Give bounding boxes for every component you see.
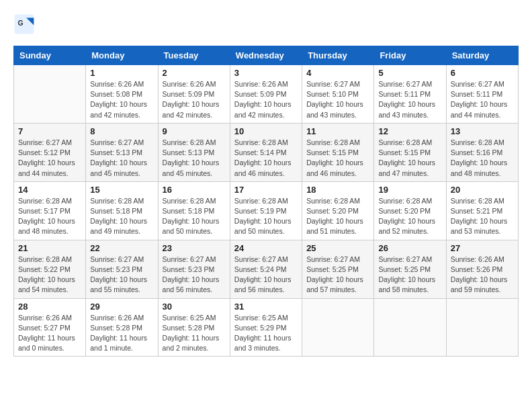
day-number: 4	[306, 68, 369, 78]
day-cell	[14, 65, 86, 124]
day-number: 14	[18, 185, 81, 195]
day-number: 29	[90, 302, 153, 312]
day-info: Sunrise: 6:27 AM Sunset: 5:12 PM Dayligh…	[18, 138, 81, 179]
day-info: Sunrise: 6:27 AM Sunset: 5:24 PM Dayligh…	[234, 255, 298, 295]
day-info: Sunrise: 6:28 AM Sunset: 5:16 PM Dayligh…	[451, 138, 514, 179]
day-number: 5	[378, 68, 441, 78]
day-cell: 7Sunrise: 6:27 AM Sunset: 5:12 PM Daylig…	[14, 123, 86, 181]
day-info: Sunrise: 6:25 AM Sunset: 5:28 PM Dayligh…	[163, 313, 226, 354]
day-cell: 17Sunrise: 6:28 AM Sunset: 5:19 PM Dayli…	[230, 181, 302, 240]
day-info: Sunrise: 6:28 AM Sunset: 5:22 PM Dayligh…	[18, 255, 81, 295]
day-cell: 6Sunrise: 6:27 AM Sunset: 5:11 PM Daylig…	[446, 65, 518, 124]
day-number: 11	[306, 126, 369, 136]
day-number: 7	[18, 126, 81, 136]
week-row-3: 14Sunrise: 6:28 AM Sunset: 5:17 PM Dayli…	[14, 181, 519, 240]
day-cell: 28Sunrise: 6:26 AM Sunset: 5:27 PM Dayli…	[14, 298, 86, 357]
day-number: 18	[306, 185, 369, 195]
col-header-saturday: Saturday	[446, 46, 518, 65]
day-info: Sunrise: 6:27 AM Sunset: 5:11 PM Dayligh…	[451, 79, 514, 120]
col-header-friday: Friday	[374, 46, 446, 65]
day-info: Sunrise: 6:28 AM Sunset: 5:13 PM Dayligh…	[163, 138, 226, 179]
logo-icon: G	[13, 13, 35, 35]
day-cell: 5Sunrise: 6:27 AM Sunset: 5:11 PM Daylig…	[374, 65, 446, 124]
day-number: 19	[378, 185, 441, 195]
day-number: 31	[234, 302, 298, 312]
day-info: Sunrise: 6:26 AM Sunset: 5:26 PM Dayligh…	[451, 255, 514, 295]
day-cell: 25Sunrise: 6:27 AM Sunset: 5:25 PM Dayli…	[302, 240, 374, 298]
day-number: 22	[90, 243, 153, 253]
col-header-wednesday: Wednesday	[230, 46, 302, 65]
day-number: 1	[90, 68, 153, 78]
day-number: 8	[90, 126, 153, 136]
logo: G	[13, 13, 36, 35]
day-cell: 30Sunrise: 6:25 AM Sunset: 5:28 PM Dayli…	[158, 298, 230, 357]
day-cell: 23Sunrise: 6:27 AM Sunset: 5:23 PM Dayli…	[158, 240, 230, 298]
day-info: Sunrise: 6:27 AM Sunset: 5:23 PM Dayligh…	[90, 255, 153, 295]
day-info: Sunrise: 6:28 AM Sunset: 5:15 PM Dayligh…	[378, 138, 441, 179]
day-number: 15	[90, 185, 153, 195]
day-number: 21	[18, 243, 81, 253]
col-header-tuesday: Tuesday	[158, 46, 230, 65]
day-cell: 18Sunrise: 6:28 AM Sunset: 5:20 PM Dayli…	[302, 181, 374, 240]
calendar-header-row: SundayMondayTuesdayWednesdayThursdayFrid…	[14, 46, 519, 65]
day-number: 27	[451, 243, 514, 253]
day-cell: 14Sunrise: 6:28 AM Sunset: 5:17 PM Dayli…	[14, 181, 86, 240]
day-number: 26	[378, 243, 441, 253]
day-number: 3	[234, 68, 298, 78]
col-header-monday: Monday	[86, 46, 158, 65]
day-cell: 31Sunrise: 6:25 AM Sunset: 5:29 PM Dayli…	[230, 298, 302, 357]
day-info: Sunrise: 6:28 AM Sunset: 5:18 PM Dayligh…	[90, 196, 153, 237]
day-cell	[446, 298, 518, 357]
page-header: G	[13, 13, 519, 35]
day-cell: 29Sunrise: 6:26 AM Sunset: 5:28 PM Dayli…	[86, 298, 158, 357]
day-cell: 12Sunrise: 6:28 AM Sunset: 5:15 PM Dayli…	[374, 123, 446, 181]
day-number: 30	[163, 302, 226, 312]
week-row-5: 28Sunrise: 6:26 AM Sunset: 5:27 PM Dayli…	[14, 298, 519, 357]
day-info: Sunrise: 6:28 AM Sunset: 5:20 PM Dayligh…	[378, 196, 441, 237]
day-info: Sunrise: 6:26 AM Sunset: 5:27 PM Dayligh…	[18, 313, 81, 354]
calendar-table: SundayMondayTuesdayWednesdayThursdayFrid…	[13, 46, 519, 357]
day-number: 12	[378, 126, 441, 136]
day-number: 17	[234, 185, 298, 195]
day-info: Sunrise: 6:27 AM Sunset: 5:10 PM Dayligh…	[306, 79, 369, 120]
day-number: 24	[234, 243, 298, 253]
day-number: 2	[163, 68, 226, 78]
day-number: 6	[451, 68, 514, 78]
week-row-1: 1Sunrise: 6:26 AM Sunset: 5:08 PM Daylig…	[14, 65, 519, 124]
week-row-2: 7Sunrise: 6:27 AM Sunset: 5:12 PM Daylig…	[14, 123, 519, 181]
day-number: 28	[18, 302, 81, 312]
day-info: Sunrise: 6:26 AM Sunset: 5:09 PM Dayligh…	[163, 79, 226, 120]
day-info: Sunrise: 6:26 AM Sunset: 5:09 PM Dayligh…	[234, 79, 298, 120]
day-cell	[302, 298, 374, 357]
day-info: Sunrise: 6:27 AM Sunset: 5:25 PM Dayligh…	[378, 255, 441, 295]
day-number: 23	[163, 243, 226, 253]
day-number: 13	[451, 126, 514, 136]
day-cell: 16Sunrise: 6:28 AM Sunset: 5:18 PM Dayli…	[158, 181, 230, 240]
day-cell	[374, 298, 446, 357]
day-info: Sunrise: 6:28 AM Sunset: 5:15 PM Dayligh…	[306, 138, 369, 179]
svg-text:G: G	[17, 19, 23, 27]
day-cell: 21Sunrise: 6:28 AM Sunset: 5:22 PM Dayli…	[14, 240, 86, 298]
col-header-thursday: Thursday	[302, 46, 374, 65]
day-cell: 10Sunrise: 6:28 AM Sunset: 5:14 PM Dayli…	[230, 123, 302, 181]
col-header-sunday: Sunday	[14, 46, 86, 65]
day-info: Sunrise: 6:28 AM Sunset: 5:17 PM Dayligh…	[18, 196, 81, 237]
day-cell: 22Sunrise: 6:27 AM Sunset: 5:23 PM Dayli…	[86, 240, 158, 298]
day-info: Sunrise: 6:28 AM Sunset: 5:20 PM Dayligh…	[306, 196, 369, 237]
day-cell: 1Sunrise: 6:26 AM Sunset: 5:08 PM Daylig…	[86, 65, 158, 124]
day-info: Sunrise: 6:27 AM Sunset: 5:13 PM Dayligh…	[90, 138, 153, 179]
day-info: Sunrise: 6:27 AM Sunset: 5:11 PM Dayligh…	[378, 79, 441, 120]
day-cell: 20Sunrise: 6:28 AM Sunset: 5:21 PM Dayli…	[446, 181, 518, 240]
day-cell: 8Sunrise: 6:27 AM Sunset: 5:13 PM Daylig…	[86, 123, 158, 181]
day-cell: 2Sunrise: 6:26 AM Sunset: 5:09 PM Daylig…	[158, 65, 230, 124]
day-cell: 24Sunrise: 6:27 AM Sunset: 5:24 PM Dayli…	[230, 240, 302, 298]
day-cell: 9Sunrise: 6:28 AM Sunset: 5:13 PM Daylig…	[158, 123, 230, 181]
day-cell: 27Sunrise: 6:26 AM Sunset: 5:26 PM Dayli…	[446, 240, 518, 298]
day-number: 25	[306, 243, 369, 253]
day-cell: 13Sunrise: 6:28 AM Sunset: 5:16 PM Dayli…	[446, 123, 518, 181]
week-row-4: 21Sunrise: 6:28 AM Sunset: 5:22 PM Dayli…	[14, 240, 519, 298]
day-info: Sunrise: 6:28 AM Sunset: 5:19 PM Dayligh…	[234, 196, 298, 237]
day-number: 20	[451, 185, 514, 195]
day-info: Sunrise: 6:26 AM Sunset: 5:08 PM Dayligh…	[90, 79, 153, 120]
day-number: 9	[163, 126, 226, 136]
